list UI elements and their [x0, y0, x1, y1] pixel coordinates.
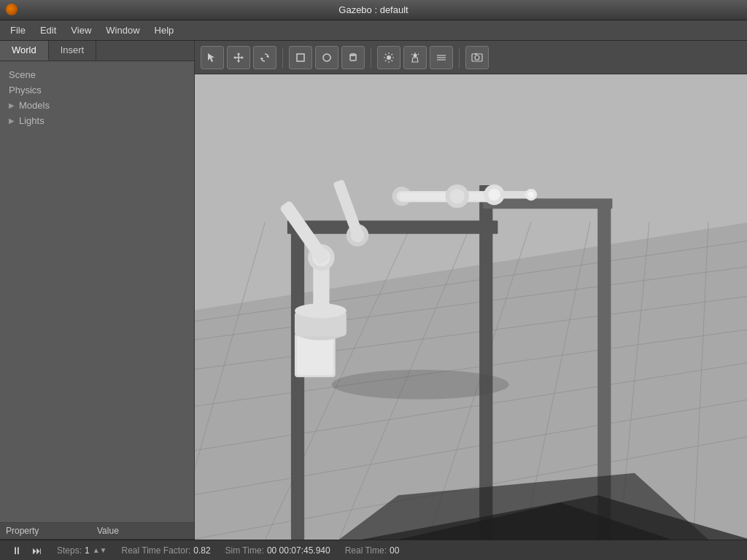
property-header: Property Value: [0, 523, 194, 540]
sim-time-label: Sim Time:: [225, 545, 264, 556]
panel-tabs: World Insert: [0, 41, 194, 61]
spot-light-button[interactable]: [403, 46, 427, 69]
models-label: Models: [19, 100, 50, 111]
svg-line-15: [385, 54, 387, 55]
tree-item-physics[interactable]: Physics: [0, 82, 194, 98]
svg-rect-48: [287, 221, 498, 234]
svg-point-27: [475, 55, 479, 60]
tree-item-models[interactable]: ▶ Models: [0, 98, 194, 113]
window-title: Gazebo : default: [338, 4, 408, 15]
scene-label: Scene: [9, 69, 36, 80]
menu-file[interactable]: File: [3, 23, 33, 38]
svg-line-17: [392, 54, 393, 55]
sim-time-value: 00 00:07:45.940: [267, 545, 330, 556]
svg-rect-47: [479, 185, 492, 540]
tree-item-lights[interactable]: ▶ Lights: [0, 113, 194, 128]
sim-time-group: Sim Time: 00 00:07:45.940: [225, 545, 330, 556]
svg-line-18: [385, 60, 387, 61]
svg-marker-4: [233, 56, 236, 59]
step-button[interactable]: ⏭: [29, 542, 45, 559]
lights-arrow: ▶: [9, 117, 15, 125]
real-time-value: 00: [390, 545, 399, 556]
statusbar: ⏸ ⏭ Steps: 1 ▲▼ Real Time Factor: 0.82 S…: [0, 540, 747, 560]
realtime-factor-label: Real Time Factor:: [122, 545, 191, 556]
left-panel: World Insert Scene Physics ▶ Models ▶ Li…: [0, 41, 195, 540]
steps-label: Steps:: [57, 545, 82, 556]
svg-point-74: [488, 189, 500, 201]
svg-rect-28: [475, 53, 477, 55]
menu-window[interactable]: Window: [98, 23, 147, 38]
pause-button[interactable]: ⏸: [9, 542, 25, 559]
3d-viewport[interactable]: [195, 74, 747, 540]
sphere-shape-button[interactable]: [315, 46, 338, 69]
app-icon: [6, 4, 19, 17]
world-tree: Scene Physics ▶ Models ▶ Lights: [0, 61, 194, 522]
value-col-header: Value: [97, 526, 188, 536]
svg-marker-2: [237, 52, 240, 55]
menu-help[interactable]: Help: [147, 23, 182, 38]
tab-insert[interactable]: Insert: [49, 41, 97, 61]
cylinder-shape-button[interactable]: [341, 46, 365, 69]
toolbar-sep-1: [282, 47, 283, 68]
svg-point-19: [414, 53, 417, 57]
directional-light-button[interactable]: [430, 46, 453, 69]
svg-line-22: [418, 54, 419, 55]
real-time-label: Real Time:: [345, 545, 387, 556]
property-col-header: Property: [6, 526, 97, 536]
screenshot-button[interactable]: [465, 46, 489, 69]
select-tool-button[interactable]: [201, 46, 224, 69]
right-area: [195, 41, 747, 540]
titlebar: Gazebo : default: [0, 0, 747, 20]
realtime-factor-value: 0.82: [193, 545, 210, 556]
main-layout: World Insert Scene Physics ▶ Models ▶ Li…: [0, 41, 747, 540]
real-time-group: Real Time: 00: [345, 545, 400, 556]
svg-marker-5: [241, 56, 244, 59]
rotate-tool-button[interactable]: [253, 46, 276, 69]
svg-point-78: [332, 370, 509, 400]
play-controls: ⏸ ⏭: [9, 542, 45, 559]
svg-point-7: [323, 54, 330, 61]
svg-point-10: [387, 55, 391, 60]
steps-spinner[interactable]: ▲▼: [93, 546, 107, 554]
viewport-scene: [195, 74, 747, 540]
svg-point-72: [450, 189, 465, 203]
svg-rect-55: [297, 335, 333, 375]
steps-group: Steps: 1 ▲▼: [57, 545, 107, 556]
lights-label: Lights: [19, 115, 44, 126]
point-light-button[interactable]: [377, 46, 400, 69]
toolbar-sep-3: [459, 47, 460, 68]
menu-edit[interactable]: Edit: [33, 23, 63, 38]
toolbar-sep-2: [371, 47, 371, 68]
realtime-factor-group: Real Time Factor: 0.82: [122, 545, 211, 556]
svg-line-16: [392, 60, 393, 61]
svg-rect-46: [291, 222, 304, 540]
steps-value: 1: [85, 545, 90, 556]
translate-tool-button[interactable]: [227, 46, 250, 69]
svg-marker-3: [237, 61, 240, 63]
physics-label: Physics: [9, 85, 42, 96]
models-arrow: ▶: [9, 101, 15, 109]
property-table: Property Value: [0, 522, 194, 540]
tab-world[interactable]: World: [0, 41, 49, 61]
tree-item-scene[interactable]: Scene: [0, 67, 194, 82]
svg-rect-6: [297, 54, 304, 61]
box-shape-button[interactable]: [289, 46, 312, 69]
svg-line-21: [411, 54, 412, 55]
menu-view[interactable]: View: [63, 23, 98, 38]
svg-point-77: [528, 192, 534, 198]
toolbar: [195, 41, 747, 74]
menubar: File Edit View Window Help: [0, 20, 747, 41]
